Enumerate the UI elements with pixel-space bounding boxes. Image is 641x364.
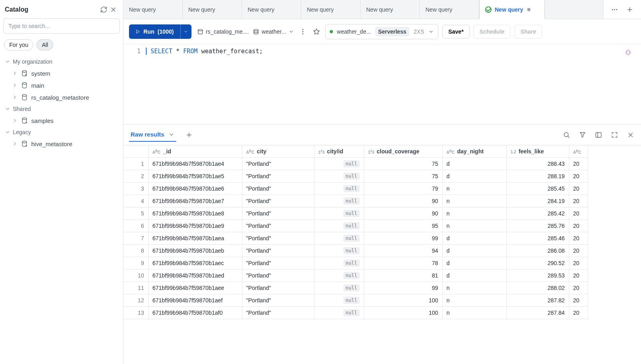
cell-city: "Portland" (242, 282, 314, 294)
star-icon[interactable] (312, 27, 321, 36)
compute-selector[interactable]: weather_de... Serverless 2XS (325, 24, 438, 39)
cell-_id: 671bf99b984b7f59870b1ae9 (148, 219, 242, 232)
share-button[interactable]: Share (514, 25, 542, 38)
panel-toggle-icon[interactable] (594, 130, 603, 140)
status-online-icon (330, 30, 333, 33)
cell-feels_like: 288.19 (506, 170, 569, 182)
cell-_id: 671bf99b984b7f59870b1aea (148, 232, 242, 244)
section-label: My organization (13, 58, 52, 65)
sql-editor[interactable]: 1 SELECT * FROM weather_forecast; (123, 44, 641, 125)
schema-selector[interactable]: weather... (253, 28, 294, 35)
col-extra[interactable]: ABC (569, 145, 588, 157)
cell-_id: 671bf99b984b7f59870b1aee (148, 282, 242, 294)
cell-feels_like: 285.46 (506, 232, 569, 244)
table-row[interactable]: 7671bf99b984b7f59870b1aea"Portland"null9… (123, 232, 588, 244)
table-row[interactable]: 6671bf99b984b7f59870b1ae9"Portland"null9… (123, 219, 588, 232)
filter-all[interactable]: All (36, 39, 53, 50)
cell-city: "Portland" (242, 195, 314, 207)
section-legacy[interactable]: Legacy (2, 127, 121, 138)
tree-item-main[interactable]: main (2, 79, 121, 91)
tree-label: system (31, 70, 50, 77)
table-row[interactable]: 10671bf99b984b7f59870b1aed"Portland"null… (123, 269, 588, 282)
tab-inactive[interactable]: New query (301, 0, 361, 19)
cell-city_id: null (314, 269, 364, 282)
table-row[interactable]: 2671bf99b984b7f59870b1ae5"Portland"null7… (123, 170, 588, 182)
row-number: 5 (123, 207, 148, 219)
table-row[interactable]: 3671bf99b984b7f59870b1ae6"Portland"null7… (123, 182, 588, 195)
cell-feels_like: 285.45 (506, 182, 569, 195)
tab-inactive[interactable]: New query (361, 0, 420, 19)
close-sidebar-icon[interactable] (109, 5, 118, 14)
tree-item-rs_catalog_metastore[interactable]: rs_catalog_metastore (2, 91, 121, 103)
table-row[interactable]: 11671bf99b984b7f59870b1aee"Portland"null… (123, 282, 588, 294)
cell-city_id: null (314, 157, 364, 170)
tree-item-system[interactable]: system (2, 67, 121, 79)
save-button[interactable]: Save* (442, 25, 470, 38)
tab-inactive[interactable]: New query (420, 0, 479, 19)
close-results-icon[interactable] (626, 130, 635, 140)
section-my-org[interactable]: My organization (2, 56, 121, 67)
table-row[interactable]: 12671bf99b984b7f59870b1aef"Portland"null… (123, 294, 588, 306)
col-city_id[interactable]: 123city/id (314, 145, 364, 157)
tab-inactive[interactable]: New query (242, 0, 301, 19)
tab-active[interactable]: New query (479, 0, 545, 19)
table-row[interactable]: 5671bf99b984b7f59870b1ae8"Portland"null9… (123, 207, 588, 219)
cluster-mode: Serverless (375, 27, 410, 36)
cell-day_night: d (442, 257, 506, 269)
svg-point-14 (564, 133, 568, 137)
ai-assistant-icon[interactable] (623, 48, 633, 57)
catalog-selector[interactable]: rs_catalog_me.... (197, 28, 249, 35)
run-button[interactable]: Run (1000) (129, 24, 180, 39)
col-day_night[interactable]: ABCday_night (442, 145, 506, 157)
cell-city_id: null (314, 282, 364, 294)
add-visualization-icon[interactable] (184, 130, 194, 140)
cell-extra: 20 (569, 294, 588, 306)
cell-city: "Portland" (242, 182, 314, 195)
tree-item-hive_metastore[interactable]: hive_metastore (2, 138, 121, 150)
cell-feels_like: 290.52 (506, 257, 569, 269)
cell-feels_like: 285.42 (506, 207, 569, 219)
run-dropdown[interactable] (180, 24, 191, 39)
row-number-header (123, 145, 148, 157)
svg-point-10 (254, 29, 258, 31)
cell-city_id: null (314, 294, 364, 306)
cell-city_id: null (314, 219, 364, 232)
schedule-button[interactable]: Schedule (474, 25, 510, 38)
filter-for-you[interactable]: For you (4, 39, 33, 50)
col-feels_like[interactable]: 1.2feels_like (506, 145, 569, 157)
table-row[interactable]: 4671bf99b984b7f59870b1ae7"Portland"null9… (123, 195, 588, 207)
results-tab[interactable]: Raw results (129, 128, 176, 142)
section-shared[interactable]: Shared (2, 103, 121, 115)
new-tab-icon[interactable] (625, 5, 635, 14)
maximize-icon[interactable] (610, 130, 619, 140)
refresh-icon[interactable] (99, 5, 109, 14)
svg-point-1 (25, 74, 26, 76)
cell-cloud_coverage: 90 (364, 207, 442, 219)
filter-icon[interactable] (578, 130, 587, 140)
catalog-search-input[interactable] (3, 18, 120, 34)
cell-feels_like: 287.82 (506, 294, 569, 306)
col-cloud_coverage[interactable]: 123cloud_coverage (364, 145, 442, 157)
tab-inactive[interactable]: New query (183, 0, 242, 19)
table-row[interactable]: 13671bf99b984b7f59870b1af0"Portland"null… (123, 306, 588, 319)
schema-name: weather... (262, 28, 286, 35)
svg-rect-15 (596, 133, 601, 137)
type-icon: 1.2 (511, 150, 516, 154)
cell-day_night: d (442, 232, 506, 244)
table-row[interactable]: 1671bf99b984b7f59870b1ae4"Portland"null7… (123, 157, 588, 170)
tab-inactive[interactable]: New query (123, 0, 183, 19)
col-_id[interactable]: ABC_id (148, 145, 242, 157)
run-count: (1000) (157, 28, 173, 35)
table-row[interactable]: 8671bf99b984b7f59870b1aeb"Portland"null9… (123, 244, 588, 257)
results-table-wrap[interactable]: ABC_idABCcity123city/id123cloud_coverage… (123, 145, 641, 364)
row-number: 2 (123, 170, 148, 182)
col-city[interactable]: ABCcity (242, 145, 314, 157)
tree-item-samples[interactable]: samples (2, 115, 121, 127)
table-row[interactable]: 9671bf99b984b7f59870b1aec"Portland"null7… (123, 257, 588, 269)
cluster-size: 2XS (413, 28, 424, 35)
main-area: New queryNew queryNew queryNew queryNew … (123, 0, 641, 364)
search-results-icon[interactable] (562, 130, 571, 140)
tab-overflow-icon[interactable] (610, 5, 619, 14)
cell-day_night: n (442, 294, 506, 306)
kebab-menu-icon[interactable] (298, 27, 308, 36)
